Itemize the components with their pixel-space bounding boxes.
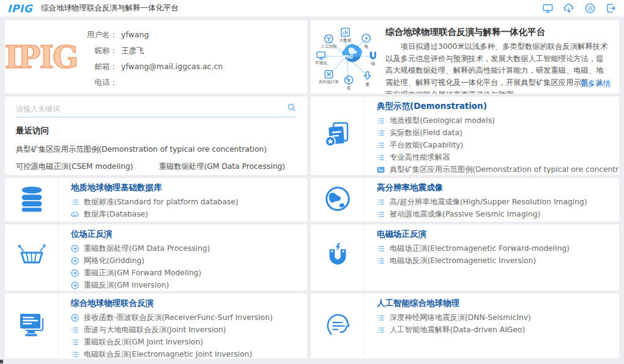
svg-text:高性能计算: 高性能计算 bbox=[319, 80, 339, 84]
user-field-value: yfwang@mail.iggcas.ac.cn bbox=[121, 62, 223, 71]
panel-item-label: 重磁联合反演(GM Joint Inversion) bbox=[84, 337, 203, 347]
recent-links: 典型矿集区应用示范图例(Demonstration of typical ore… bbox=[16, 144, 296, 172]
user-field-value: yfwang bbox=[121, 30, 149, 39]
search-icon[interactable] bbox=[287, 103, 296, 114]
panel-item-label: 平台效能(Capability) bbox=[390, 140, 463, 150]
panel-title[interactable]: 位场正反演 bbox=[71, 229, 307, 240]
search-panel: 最近访问 典型矿集区应用示范图例(Demonstration of typica… bbox=[5, 97, 307, 175]
panel-item-label: 接收函数-面波联合反演(ReceiverFunc-Surf Inversion) bbox=[84, 313, 273, 323]
panel-item[interactable]: 面波与大地电磁联合反演(Joint Inversion) bbox=[71, 324, 307, 336]
list-icon bbox=[377, 326, 385, 334]
svg-text:IPIG: IPIG bbox=[341, 54, 354, 60]
panel-item[interactable]: 电磁场反演(Electromagenetic Inversion) bbox=[377, 254, 619, 267]
cloud-sync-icon[interactable] bbox=[563, 2, 575, 14]
panel-item[interactable]: 深度神经网络地震反演(DNN-SeismicInv) bbox=[377, 311, 619, 324]
panel-title[interactable]: 综合地球物理联合反演 bbox=[71, 298, 307, 309]
search-input-row bbox=[16, 103, 296, 117]
panel-items: 深度神经网络地震反演(DNN-SeismicInv)人工智能地震解释(Data-… bbox=[377, 311, 619, 336]
user-field-label: 电话： bbox=[77, 77, 117, 88]
panel-item-label: 重磁数据处理(GM Data Processing) bbox=[84, 243, 210, 254]
app-logo: IPIG bbox=[7, 2, 32, 15]
user-field-row: 电话： bbox=[77, 77, 307, 88]
user-field-row: 用户名：yfwang bbox=[77, 29, 307, 40]
svg-text:人工智能: 人工智能 bbox=[321, 44, 337, 49]
panel-items: 高/超分辨率地震成像(High/Supper Resolution Imagin… bbox=[377, 196, 619, 220]
panel-database: 地质地球物理基础数据库 数据标准(Standard for platform d… bbox=[5, 178, 307, 221]
intro-title: 综合地球物理联合反演与解释一体化平台 bbox=[385, 26, 611, 38]
more-details-link[interactable]: 更多详情 bbox=[580, 79, 611, 89]
star-document-icon bbox=[323, 120, 352, 152]
diagram-node-electric bbox=[362, 34, 370, 42]
panel-item[interactable]: 数据库(Database) bbox=[71, 208, 307, 220]
recent-link[interactable]: 典型矿集区应用示范图例(Demonstration of typical ore… bbox=[16, 144, 267, 155]
panel-ai-geophysics: 人工智能综合地球物理 深度神经网络地震反演(DNN-SeismicInv)人工智… bbox=[311, 294, 619, 358]
panel-title[interactable]: 高分辨率地震成像 bbox=[377, 182, 619, 193]
list-icon bbox=[377, 117, 385, 125]
panel-item[interactable]: 重磁正演(GM Forward Modeling) bbox=[71, 267, 307, 279]
platform-diagram: 大数据 电 磁 重 震 高性能计算 可视化 bbox=[311, 20, 385, 94]
logout-icon[interactable] bbox=[605, 2, 617, 14]
list-icon bbox=[377, 257, 385, 265]
cloud-icon bbox=[71, 210, 79, 218]
panel-item[interactable]: 电磁联合反演(Electromagnetic Joint Inversion) bbox=[71, 348, 307, 358]
panel-item-label: 电磁场正演(Electromagenetic Forward-modeling) bbox=[390, 243, 570, 254]
svg-text:电: 电 bbox=[364, 44, 368, 49]
monitor-chart-icon bbox=[17, 311, 46, 341]
panel-item[interactable]: 典型矿集区应用示范图例(Demonstration of typical ore… bbox=[377, 163, 619, 175]
panel-items: 接收函数-面波联合反演(ReceiverFunc-Surf Inversion)… bbox=[71, 311, 307, 358]
user-field-row: 邮箱：yfwang@mail.iggcas.ac.cn bbox=[77, 61, 307, 72]
svg-text:可视化: 可视化 bbox=[315, 61, 327, 65]
panel-item-label: 人工智能地震解释(Data-driven AIGeo) bbox=[390, 325, 525, 335]
image-icon bbox=[377, 166, 385, 174]
list-icon bbox=[71, 326, 79, 334]
recent-link[interactable]: 可控源电磁正演(CSEM modeling) bbox=[16, 162, 133, 172]
panel-item[interactable]: 数据标准(Standard for platform database) bbox=[71, 196, 307, 208]
panel-item-label: 电磁场反演(Electromagenetic Inversion) bbox=[390, 256, 536, 266]
contact-at-icon[interactable]: @ bbox=[584, 2, 596, 14]
panel-item[interactable]: 电磁场正演(Electromagenetic Forward-modeling) bbox=[377, 242, 619, 254]
panel-item[interactable]: 专业高性能求解器 bbox=[377, 151, 619, 163]
ai-head-icon bbox=[324, 311, 352, 341]
search-input[interactable] bbox=[16, 105, 287, 113]
panel-item[interactable]: 人工智能地震解释(Data-driven AIGeo) bbox=[377, 324, 619, 336]
globe-icon bbox=[324, 185, 352, 215]
svg-text:重: 重 bbox=[365, 82, 370, 87]
arrow-icon bbox=[71, 314, 79, 322]
mining-cart-icon bbox=[17, 243, 46, 272]
intro-description: 项目拟通过3000米以浅多种、多类型数据的联合反演解释技术以及多元信息评价与预测… bbox=[385, 41, 611, 94]
user-field-label: 昵称： bbox=[77, 45, 117, 56]
list-icon bbox=[71, 198, 79, 206]
panel-item-label: 专业高性能求解器 bbox=[390, 152, 450, 163]
panel-item[interactable]: 网格化(Gridding) bbox=[71, 254, 307, 267]
panel-item[interactable]: 重磁反演(GM Inversion) bbox=[71, 279, 307, 291]
arrow-icon bbox=[71, 245, 79, 253]
app-title: 综合地球物理联合反演与解释一体化平台 bbox=[41, 3, 179, 13]
panel-title[interactable]: 人工智能综合地球物理 bbox=[377, 298, 619, 309]
panel-item-label: 电磁联合反演(Electromagnetic Joint Inversion) bbox=[84, 349, 252, 359]
recent-link[interactable]: 重磁数据处理(GM Data Processing) bbox=[159, 162, 285, 172]
user-field-row: 昵称：王彦飞 bbox=[77, 45, 307, 56]
main-grid: IPIG 用户名：yfwang昵称：王彦飞邮箱：yfwang@mail.iggc… bbox=[0, 17, 624, 362]
panel-title[interactable]: 典型示范(Demonstration) bbox=[377, 101, 619, 112]
recent-visits-title: 最近访问 bbox=[16, 125, 296, 136]
panel-item-label: 高/超分辨率地震成像(High/Supper Resolution Imagin… bbox=[390, 197, 587, 207]
panel-item[interactable]: 实际数据(Field data) bbox=[377, 127, 619, 139]
panel-item[interactable]: 被动源地震成像(Passive Seismic Imaging) bbox=[377, 208, 619, 220]
arrow-icon bbox=[71, 281, 79, 289]
svg-text:@: @ bbox=[587, 5, 593, 11]
panel-item[interactable]: 重磁数据处理(GM Data Processing) bbox=[71, 242, 307, 254]
panel-item[interactable]: 平台效能(Capability) bbox=[377, 139, 619, 151]
monitor-icon[interactable] bbox=[542, 2, 554, 14]
panel-item[interactable]: 地质模型(Geological models) bbox=[377, 114, 619, 127]
user-field-label: 邮箱： bbox=[77, 61, 117, 72]
list-icon bbox=[377, 245, 385, 253]
diagram-node-visual bbox=[317, 52, 325, 59]
panel-title[interactable]: 电磁场正反演 bbox=[377, 229, 619, 240]
panel-item[interactable]: 接收函数-面波联合反演(ReceiverFunc-Surf Inversion) bbox=[71, 311, 307, 324]
panel-demonstration: 典型示范(Demonstration) 地质模型(Geological mode… bbox=[311, 97, 619, 175]
panel-item[interactable]: 高/超分辨率地震成像(High/Supper Resolution Imagin… bbox=[377, 196, 619, 208]
panel-title[interactable]: 地质地球物理基础数据库 bbox=[71, 182, 307, 193]
panel-seismic-imaging: 高分辨率地震成像 高/超分辨率地震成像(High/Supper Resoluti… bbox=[311, 178, 619, 221]
panel-item[interactable]: 重磁联合反演(GM Joint Inversion) bbox=[71, 336, 307, 348]
panel-item-label: 数据库(Database) bbox=[84, 209, 148, 220]
